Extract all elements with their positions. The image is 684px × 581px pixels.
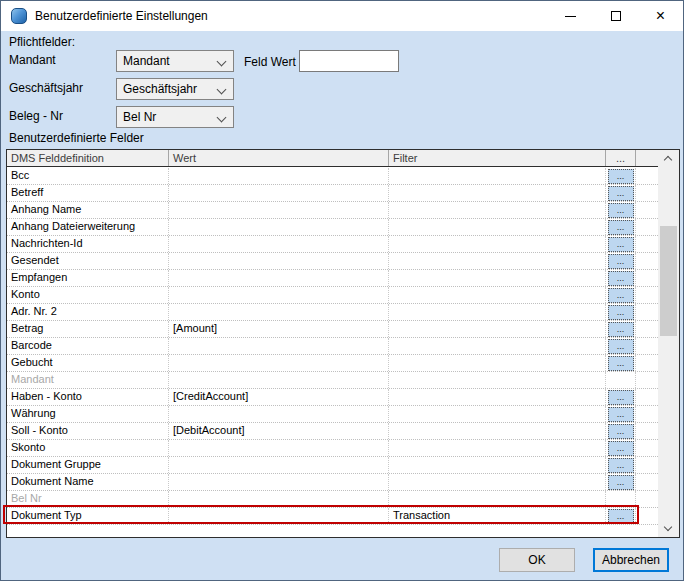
cell-filter bbox=[389, 168, 606, 184]
chevron-down-icon bbox=[217, 57, 227, 67]
row-ellipsis-button[interactable]: ... bbox=[608, 288, 634, 303]
cell-action bbox=[606, 491, 636, 507]
cell-action: ... bbox=[606, 508, 636, 524]
cell-action: ... bbox=[606, 406, 636, 422]
mandant-combobox[interactable]: Mandant bbox=[116, 50, 234, 72]
cell-wert bbox=[169, 406, 389, 422]
cell-name: Empfangen bbox=[7, 270, 169, 286]
cell-action: ... bbox=[606, 185, 636, 201]
feld-wert-input[interactable] bbox=[299, 50, 399, 72]
geschaeftsjahr-combobox-value: Geschäftsjahr bbox=[123, 82, 197, 96]
geschaeftsjahr-combobox[interactable]: Geschäftsjahr bbox=[116, 78, 234, 100]
cell-action: ... bbox=[606, 457, 636, 473]
cell-wert bbox=[169, 219, 389, 235]
title-bar: Benutzerdefinierte Einstellungen × bbox=[1, 1, 683, 31]
row-ellipsis-button[interactable]: ... bbox=[608, 305, 634, 320]
mandant-label: Mandant bbox=[9, 53, 56, 67]
ok-button[interactable]: OK bbox=[499, 548, 575, 572]
table-row: Bel Nr bbox=[7, 491, 658, 508]
row-ellipsis-button[interactable]: ... bbox=[608, 475, 634, 490]
cell-filter bbox=[389, 474, 606, 490]
cell-action: ... bbox=[606, 304, 636, 320]
cell-action: ... bbox=[606, 270, 636, 286]
cell-name: Währung bbox=[7, 406, 169, 422]
cell-filter: Transaction bbox=[389, 508, 606, 524]
table-row: Gebucht... bbox=[7, 355, 658, 372]
row-ellipsis-button[interactable]: ... bbox=[608, 509, 634, 524]
cell-filter bbox=[389, 253, 606, 269]
row-ellipsis-button[interactable]: ... bbox=[608, 424, 634, 439]
row-ellipsis-button[interactable]: ... bbox=[608, 169, 634, 184]
cell-wert bbox=[169, 474, 389, 490]
scrollbar-thumb[interactable] bbox=[660, 226, 677, 336]
table-row: Konto... bbox=[7, 287, 658, 304]
close-icon: × bbox=[656, 8, 665, 24]
row-ellipsis-button[interactable]: ... bbox=[608, 458, 634, 473]
scroll-up-button[interactable] bbox=[658, 150, 679, 167]
beleg-nr-combobox-value: Bel Nr bbox=[123, 110, 156, 124]
cell-name: Dokument Gruppe bbox=[7, 457, 169, 473]
column-header: Filter bbox=[389, 150, 606, 166]
cancel-button[interactable]: Abbrechen bbox=[593, 548, 669, 572]
row-ellipsis-button[interactable]: ... bbox=[608, 237, 634, 252]
row-ellipsis-button[interactable]: ... bbox=[608, 441, 634, 456]
cell-wert: [Amount] bbox=[169, 321, 389, 337]
cell-filter bbox=[389, 423, 606, 439]
row-ellipsis-button[interactable]: ... bbox=[608, 271, 634, 286]
row-ellipsis-button[interactable]: ... bbox=[608, 186, 634, 201]
app-icon bbox=[11, 8, 27, 24]
maximize-icon bbox=[611, 11, 621, 21]
cell-wert bbox=[169, 185, 389, 201]
table-row: Betreff... bbox=[7, 185, 658, 202]
table-row: Dokument TypTransaction... bbox=[7, 508, 658, 525]
cell-name: Adr. Nr. 2 bbox=[7, 304, 169, 320]
mandant-combobox-value: Mandant bbox=[123, 54, 170, 68]
dialog-window: Benutzerdefinierte Einstellungen × Pflic… bbox=[0, 0, 684, 581]
cell-filter bbox=[389, 304, 606, 320]
row-ellipsis-button[interactable]: ... bbox=[608, 339, 634, 354]
cell-action: ... bbox=[606, 440, 636, 456]
cell-name: Soll - Konto bbox=[7, 423, 169, 439]
cell-filter bbox=[389, 355, 606, 371]
beleg-nr-label: Beleg - Nr bbox=[9, 109, 63, 123]
feld-wert-label: Feld Wert bbox=[244, 55, 296, 69]
table-row: Bcc... bbox=[7, 168, 658, 185]
column-header: ... bbox=[606, 150, 636, 166]
beleg-nr-combobox[interactable]: Bel Nr bbox=[116, 106, 234, 128]
cell-name: Bel Nr bbox=[7, 491, 169, 507]
cell-wert bbox=[169, 491, 389, 507]
row-ellipsis-button[interactable]: ... bbox=[608, 220, 634, 235]
cell-filter bbox=[389, 457, 606, 473]
cell-wert bbox=[169, 168, 389, 184]
row-ellipsis-button[interactable]: ... bbox=[608, 203, 634, 218]
cell-name: Betreff bbox=[7, 185, 169, 201]
maximize-button[interactable] bbox=[593, 1, 638, 31]
table-row: Haben - Konto[CreditAccount]... bbox=[7, 389, 658, 406]
row-ellipsis-button[interactable]: ... bbox=[608, 390, 634, 405]
cell-action: ... bbox=[606, 389, 636, 405]
close-button[interactable]: × bbox=[638, 1, 683, 31]
row-ellipsis-button[interactable]: ... bbox=[608, 356, 634, 371]
minimize-button[interactable] bbox=[548, 1, 593, 31]
table-row: Währung... bbox=[7, 406, 658, 423]
cell-name: Konto bbox=[7, 287, 169, 303]
cell-action: ... bbox=[606, 287, 636, 303]
row-ellipsis-button[interactable]: ... bbox=[608, 322, 634, 337]
table-row: Dokument Name... bbox=[7, 474, 658, 491]
table-row: Skonto... bbox=[7, 440, 658, 457]
row-ellipsis-button[interactable]: ... bbox=[608, 254, 634, 269]
cell-name: Nachrichten-Id bbox=[7, 236, 169, 252]
scroll-down-button[interactable] bbox=[658, 520, 679, 537]
window-title: Benutzerdefinierte Einstellungen bbox=[35, 9, 208, 23]
cell-wert bbox=[169, 440, 389, 456]
minimize-icon bbox=[565, 16, 576, 17]
dialog-body: Pflichtfelder: Mandant Mandant Feld Wert… bbox=[1, 31, 683, 580]
cell-filter bbox=[389, 270, 606, 286]
column-header: DMS Felddefinition bbox=[7, 150, 169, 166]
chevron-up-icon bbox=[664, 156, 672, 164]
vertical-scrollbar[interactable] bbox=[658, 150, 679, 537]
row-ellipsis-button[interactable]: ... bbox=[608, 407, 634, 422]
cell-name: Bcc bbox=[7, 168, 169, 184]
table-row: Betrag[Amount]... bbox=[7, 321, 658, 338]
cell-wert bbox=[169, 236, 389, 252]
